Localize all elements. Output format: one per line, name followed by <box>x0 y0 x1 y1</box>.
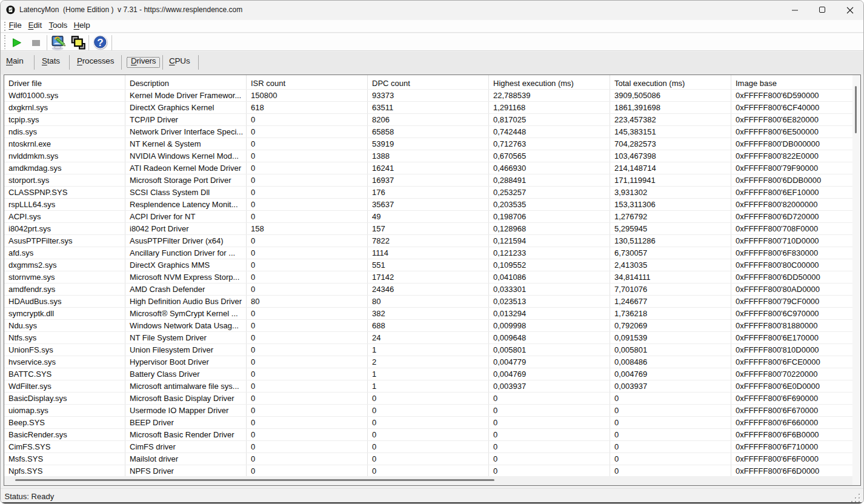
svg-text:?: ? <box>97 37 103 48</box>
